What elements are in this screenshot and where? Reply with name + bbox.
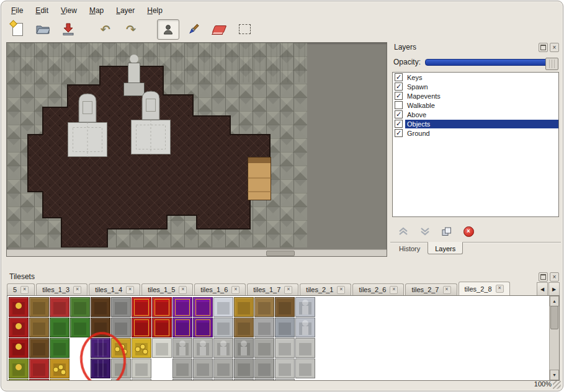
dock-tab-strip: History Layers (392, 242, 463, 254)
layers-panel-buttons: × (539, 43, 559, 52)
redo-button[interactable]: ↷ (120, 19, 142, 40)
layer-row-spawn[interactable]: ✓ Spawn (393, 82, 558, 91)
menu-file[interactable]: File (6, 5, 28, 17)
menu-view[interactable]: View (56, 5, 82, 17)
undo-button[interactable]: ↶ (94, 19, 117, 40)
tilesets-panel: Tilesets × 5 × tiles_1_3 × tiles_1_4 × t… (6, 272, 561, 381)
menu-edit[interactable]: Edit (30, 5, 53, 17)
layer-row-keys[interactable]: ✓ Keys (393, 73, 558, 82)
opacity-slider[interactable] (425, 59, 558, 66)
save-button[interactable] (57, 19, 79, 40)
layer-row-mapevents[interactable]: ✓ Mapevents (393, 91, 558, 100)
layer-label: Above (405, 110, 558, 119)
brush-tool-button[interactable] (182, 19, 205, 40)
opacity-slider-handle[interactable] (545, 58, 558, 70)
stamp-tool-button[interactable] (157, 19, 179, 40)
tileset-tab[interactable]: 5 × (7, 283, 35, 295)
close-tab-icon[interactable]: × (443, 286, 451, 294)
dock-tab-label: Layers (435, 245, 455, 252)
tileset-tab[interactable]: tiles_2_8 × (459, 282, 510, 295)
tileset-tab[interactable]: tiles_1_6 × (194, 283, 246, 295)
tileset-tab[interactable]: tiles_2_7 × (405, 283, 457, 295)
map-horizontal-scrollbar[interactable] (7, 249, 387, 256)
map-canvas[interactable] (7, 43, 307, 247)
tileset-tab-label: 5 (13, 286, 17, 293)
close-tab-icon[interactable]: × (20, 286, 29, 294)
move-layer-down-button[interactable] (418, 225, 432, 238)
layer-row-ground[interactable]: ✓ Ground (393, 128, 558, 138)
close-tab-icon[interactable]: × (337, 286, 345, 294)
resize-grip[interactable] (553, 381, 561, 389)
close-tab-icon[interactable]: × (179, 286, 187, 294)
layer-list: ✓ Keys ✓ Spawn ✓ Mapevents Walkable ✓ Ab… (392, 72, 559, 217)
duplicate-layer-button[interactable] (440, 225, 454, 238)
eraser-icon (212, 25, 226, 33)
check-icon: ✓ (396, 84, 401, 89)
layer-row-objects[interactable]: ✓ Objects (393, 119, 558, 128)
layer-visibility-checkbox[interactable] (395, 101, 403, 109)
tileset-vertical-scrollbar[interactable]: ▲ ▼ (549, 296, 559, 380)
layer-visibility-checkbox[interactable]: ✓ (395, 82, 403, 91)
close-icon: × (553, 45, 557, 51)
dock-tab-layers[interactable]: Layers (427, 242, 463, 254)
tileset-tab-label: tiles_1_4 (95, 286, 122, 293)
layers-panel-title: Layers (394, 43, 416, 51)
move-layer-up-icon (398, 227, 408, 236)
tileset-tab-label: tiles_2_7 (411, 286, 439, 293)
layer-actions-toolbar: × (396, 223, 475, 239)
map-hscroll-thumb[interactable] (266, 251, 295, 256)
scroll-tabs-right-button[interactable]: ▶ (548, 282, 560, 296)
float-panel-icon (540, 274, 546, 280)
tileset-tab-label: tiles_2_6 (359, 286, 386, 293)
eraser-tool-button[interactable] (208, 19, 230, 40)
close-tab-icon[interactable]: × (73, 286, 81, 294)
layer-visibility-checkbox[interactable]: ✓ (395, 129, 403, 137)
close-tab-icon[interactable]: × (284, 286, 292, 294)
scroll-tabs-left-button[interactable]: ◀ (537, 282, 548, 296)
scroll-down-button[interactable]: ▼ (550, 370, 559, 380)
tileset-tab[interactable]: tiles_1_3 × (36, 283, 87, 295)
redo-arrow-icon: ↷ (126, 24, 136, 35)
menu-layer[interactable]: Layer (111, 5, 140, 17)
tileset-view[interactable]: ▲ ▼ (7, 295, 560, 381)
tileset-vscroll-thumb[interactable] (550, 306, 558, 329)
layer-visibility-checkbox[interactable]: ✓ (395, 73, 403, 81)
layer-row-walkable[interactable]: Walkable (393, 100, 558, 110)
layer-label: Mapevents (405, 92, 558, 100)
menu-help[interactable]: Help (142, 5, 168, 17)
close-icon: × (553, 274, 557, 280)
save-download-icon (62, 23, 74, 35)
tileset-tab[interactable]: tiles_2_6 × (352, 283, 404, 295)
layer-visibility-checkbox[interactable]: ✓ (395, 110, 403, 118)
dock-tab-history[interactable]: History (392, 242, 427, 254)
tileset-tab[interactable]: tiles_1_5 × (141, 283, 193, 295)
close-panel-button[interactable]: × (550, 272, 559, 282)
new-document-button[interactable] (6, 19, 29, 40)
close-tab-icon[interactable]: × (496, 285, 504, 293)
tileset-tab[interactable]: tiles_1_7 × (247, 283, 298, 295)
tilesets-panel-buttons: × (539, 272, 559, 282)
layer-visibility-checkbox[interactable]: ✓ (395, 120, 403, 128)
menu-map[interactable]: Map (84, 5, 109, 17)
scroll-up-button[interactable]: ▲ (550, 296, 559, 306)
check-icon: ✓ (396, 74, 401, 80)
move-layer-down-icon (420, 227, 430, 236)
close-panel-button[interactable]: × (550, 43, 559, 52)
close-tab-icon[interactable]: × (231, 286, 239, 294)
tileset-tab[interactable]: tiles_1_4 × (89, 283, 140, 295)
stamp-person-icon (163, 24, 174, 35)
open-button[interactable] (32, 19, 54, 40)
layer-visibility-checkbox[interactable]: ✓ (395, 92, 403, 100)
close-tab-icon[interactable]: × (390, 286, 398, 294)
close-tab-icon[interactable]: × (126, 286, 134, 294)
float-panel-button[interactable] (539, 272, 548, 282)
layer-row-above[interactable]: ✓ Above (393, 110, 558, 119)
map-viewport[interactable] (6, 42, 387, 257)
toolbar: ↶ ↷ (6, 18, 558, 40)
float-panel-button[interactable] (539, 43, 548, 52)
delete-layer-button[interactable]: × (462, 225, 475, 238)
tileset-canvas[interactable] (9, 297, 336, 380)
select-tool-button[interactable] (233, 19, 256, 40)
tileset-tab[interactable]: tiles_2_1 × (300, 283, 351, 295)
move-layer-up-button[interactable] (396, 225, 410, 238)
